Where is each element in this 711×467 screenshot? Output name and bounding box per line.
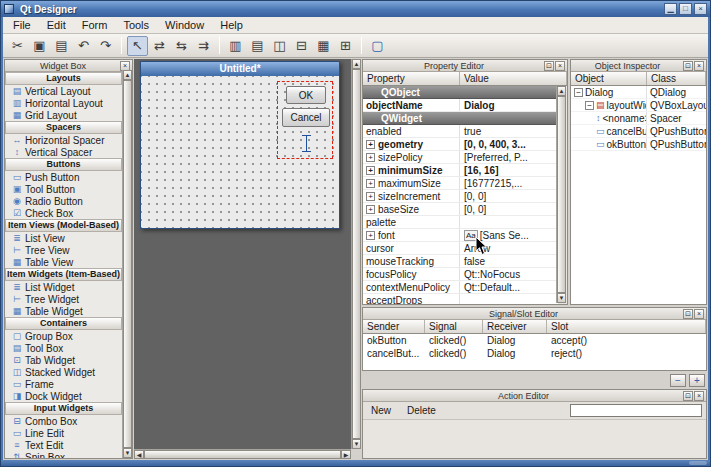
- column-object[interactable]: Object: [571, 72, 647, 85]
- property-row-minimumsize[interactable]: +minimumSize[16, 16]: [363, 164, 558, 177]
- edit-signals-icon[interactable]: ⇄: [149, 36, 170, 56]
- ok-button[interactable]: OK: [286, 86, 326, 104]
- canvas-horizontal-scrollbar[interactable]: ◀ ▶: [134, 449, 351, 459]
- expand-icon[interactable]: +: [366, 166, 375, 175]
- property-row-objectname[interactable]: objectNameDialog: [363, 99, 558, 112]
- property-editor-float-icon[interactable]: ⊡: [544, 61, 554, 71]
- widget-tool-box[interactable]: ▤Tool Box: [5, 342, 122, 354]
- menu-file[interactable]: File: [5, 18, 39, 33]
- property-value[interactable]: Qt::NoFocus: [460, 268, 558, 280]
- property-value[interactable]: [16, 16]: [460, 164, 558, 176]
- signal-slot-close-icon[interactable]: ×: [694, 309, 704, 319]
- property-row-cursor[interactable]: cursorArrow: [363, 242, 558, 255]
- cut-icon[interactable]: ✂: [7, 36, 28, 56]
- object-row-dialog[interactable]: −DialogQDialog: [571, 86, 706, 99]
- widget-combo-box[interactable]: ⊟Combo Box: [5, 415, 122, 427]
- adjust-size-icon[interactable]: ▢: [367, 36, 388, 56]
- layout-splitter-horizontal-icon[interactable]: ◫: [269, 36, 290, 56]
- scroll-down-icon[interactable]: ▼: [123, 448, 132, 458]
- widget-list-widget[interactable]: ≣List Widget: [5, 281, 122, 293]
- scroll-down-icon[interactable]: ▼: [557, 293, 566, 303]
- action-new-button[interactable]: New: [367, 404, 395, 417]
- column-sender[interactable]: Sender: [363, 320, 425, 333]
- category-containers[interactable]: Containers: [5, 317, 122, 330]
- form-body[interactable]: OK Cancel: [141, 76, 339, 228]
- menu-form[interactable]: Form: [74, 18, 116, 33]
- widget-spin-box[interactable]: ⇅Spin Box: [5, 451, 122, 458]
- vertical-spacer-indicator[interactable]: [302, 135, 311, 152]
- property-row-palette[interactable]: palette: [363, 216, 558, 229]
- property-value[interactable]: true: [460, 125, 558, 137]
- canvas-vertical-scrollbar[interactable]: ▲ ▼: [351, 59, 361, 449]
- property-row-maximumsize[interactable]: +maximumSize[16777215,...: [363, 177, 558, 190]
- connection-row[interactable]: okButtonclicked()Dialogaccept(): [363, 334, 706, 347]
- property-row-mousetracking[interactable]: mouseTrackingfalse: [363, 255, 558, 268]
- widget-table-view[interactable]: ▦Table View: [5, 256, 122, 268]
- widget-tool-button[interactable]: ▣Tool Button: [5, 183, 122, 195]
- expand-icon[interactable]: +: [366, 231, 375, 240]
- column-receiver[interactable]: Receiver: [483, 320, 547, 333]
- property-editor-header[interactable]: Property Editor ⊡ ×: [363, 60, 567, 72]
- object-row-layoutwidget[interactable]: −▤layoutWidgetQVBoxLayout: [571, 99, 706, 112]
- edit-widgets-icon[interactable]: ↖: [127, 36, 148, 56]
- property-value[interactable]: [16777215,...: [460, 177, 558, 189]
- layout-horizontal-icon[interactable]: ▥: [225, 36, 246, 56]
- column-signal[interactable]: Signal: [425, 320, 483, 333]
- property-row-focuspolicy[interactable]: focusPolicyQt::NoFocus: [363, 268, 558, 281]
- connection-row[interactable]: cancelBut...clicked()Dialogreject(): [363, 347, 706, 360]
- widget-box-scrollbar[interactable]: ▲ ▼: [122, 70, 132, 458]
- action-editor-header[interactable]: Action Editor ⊡ ×: [363, 390, 706, 402]
- object-row-okbutton[interactable]: ▭okButtonQPushButton: [571, 138, 706, 151]
- property-value[interactable]: false: [460, 255, 558, 267]
- action-editor-float-icon[interactable]: ⊡: [683, 391, 693, 401]
- signal-slot-columns[interactable]: Sender Signal Receiver Slot: [363, 320, 706, 334]
- resize-grip[interactable]: [689, 461, 707, 465]
- paste-icon[interactable]: ▤: [51, 36, 72, 56]
- property-editor-scrollbar[interactable]: ▲ ▼: [556, 86, 566, 303]
- widget-tab-widget[interactable]: ⊡Tab Widget: [5, 354, 122, 366]
- property-value[interactable]: [0, 0]: [460, 203, 558, 215]
- property-value[interactable]: Arrow: [460, 242, 558, 254]
- widget-tree-view[interactable]: ⊢Tree View: [5, 244, 122, 256]
- signal-slot-float-icon[interactable]: ⊡: [683, 309, 693, 319]
- copy-icon[interactable]: ▣: [29, 36, 50, 56]
- widget-check-box[interactable]: ☑Check Box: [5, 207, 122, 219]
- object-inspector-header[interactable]: Object Inspector ⊡ ×: [571, 60, 706, 72]
- widget-box-close-icon[interactable]: ×: [120, 61, 130, 71]
- category-spacers[interactable]: Spacers: [5, 121, 122, 134]
- add-connection-button[interactable]: +: [689, 374, 705, 387]
- column-slot[interactable]: Slot: [547, 320, 706, 333]
- property-editor-columns[interactable]: Property Value: [363, 72, 567, 86]
- scroll-right-icon[interactable]: ▶: [341, 450, 351, 459]
- action-editor-close-icon[interactable]: ×: [694, 391, 704, 401]
- property-value[interactable]: [460, 294, 558, 304]
- collapse-icon[interactable]: −: [585, 101, 594, 110]
- action-list[interactable]: [363, 420, 706, 458]
- undo-icon[interactable]: ↶: [73, 36, 94, 56]
- property-group-qwidget[interactable]: QWidget: [363, 112, 558, 125]
- menu-edit[interactable]: Edit: [39, 18, 74, 33]
- redo-icon[interactable]: ↷: [95, 36, 116, 56]
- object-inspector-close-icon[interactable]: ×: [694, 61, 704, 71]
- widget-tree-widget[interactable]: ⊢Tree Widget: [5, 293, 122, 305]
- layout-vertical-icon[interactable]: ▤: [247, 36, 268, 56]
- object-inspector-float-icon[interactable]: ⊡: [683, 61, 693, 71]
- property-value[interactable]: Qt::Default...: [460, 281, 558, 293]
- form-title-bar[interactable]: Untitled*: [141, 62, 339, 76]
- widget-box-header[interactable]: Widget Box ×: [5, 60, 132, 72]
- widget-horizontal-layout[interactable]: ▥Horizontal Layout: [5, 97, 122, 109]
- edit-tab-order-icon[interactable]: ⇉: [193, 36, 214, 56]
- property-value[interactable]: [0, 0, 400, 3...: [460, 138, 558, 150]
- column-property[interactable]: Property: [363, 72, 460, 85]
- layout-splitter-vertical-icon[interactable]: ⊟: [291, 36, 312, 56]
- object-row-noname[interactable]: ↕<noname>Spacer: [571, 112, 706, 125]
- widget-frame[interactable]: ▭Frame: [5, 378, 122, 390]
- widget-table-widget[interactable]: ▦Table Widget: [5, 305, 122, 317]
- scrollbar-thumb[interactable]: [557, 96, 566, 293]
- property-row-geometry[interactable]: +geometry[0, 0, 400, 3...: [363, 138, 558, 151]
- expand-icon[interactable]: +: [366, 153, 375, 162]
- widget-vertical-layout[interactable]: ▤Vertical Layout: [5, 85, 122, 97]
- action-filter-input[interactable]: [570, 404, 702, 417]
- category-input-widgets[interactable]: Input Widgets: [5, 402, 122, 415]
- property-row-font[interactable]: +fontAa[Sans Se...: [363, 229, 558, 242]
